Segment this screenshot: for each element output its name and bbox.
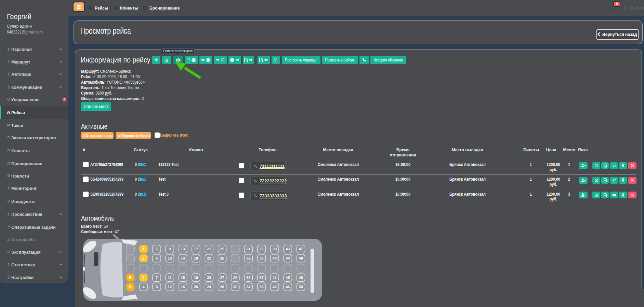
svg-text:39: 39 bbox=[272, 247, 276, 251]
svg-text:25: 25 bbox=[220, 247, 224, 251]
svg-text:50: 50 bbox=[299, 285, 303, 289]
svg-text:3: 3 bbox=[142, 276, 144, 280]
svg-text:38: 38 bbox=[259, 285, 263, 289]
svg-text:35: 35 bbox=[259, 247, 263, 251]
svg-text:14: 14 bbox=[181, 256, 185, 260]
svg-text:2: 2 bbox=[142, 256, 144, 260]
svg-text:45: 45 bbox=[286, 276, 290, 280]
svg-text:49: 49 bbox=[299, 276, 303, 280]
svg-text:27: 27 bbox=[220, 276, 224, 280]
svg-text:18: 18 bbox=[194, 256, 198, 260]
svg-text:6: 6 bbox=[155, 256, 157, 260]
svg-text:29: 29 bbox=[233, 276, 237, 280]
svg-text:41: 41 bbox=[272, 276, 276, 280]
svg-text:42: 42 bbox=[272, 285, 276, 289]
svg-text:19: 19 bbox=[194, 276, 198, 280]
svg-text:x: x bbox=[275, 59, 276, 61]
svg-text:5: 5 bbox=[155, 247, 157, 251]
svg-text:17: 17 bbox=[194, 247, 198, 251]
svg-text:37: 37 bbox=[259, 276, 263, 280]
svg-text:8: 8 bbox=[155, 285, 157, 289]
svg-text:x: x bbox=[260, 59, 262, 61]
svg-text:44: 44 bbox=[286, 256, 290, 260]
svg-text:32: 32 bbox=[246, 256, 250, 260]
svg-text:w: w bbox=[604, 165, 606, 167]
svg-text:7: 7 bbox=[155, 276, 157, 280]
svg-text:33: 33 bbox=[246, 276, 250, 280]
svg-text:47: 47 bbox=[299, 247, 303, 251]
svg-text:16: 16 bbox=[181, 285, 185, 289]
svg-text:34: 34 bbox=[246, 285, 251, 289]
svg-text:9: 9 bbox=[169, 247, 171, 251]
svg-text:x: x bbox=[245, 59, 247, 61]
svg-text:22: 22 bbox=[207, 256, 211, 260]
svg-text:15: 15 bbox=[181, 276, 185, 280]
svg-text:30: 30 bbox=[233, 285, 237, 289]
svg-text:20: 20 bbox=[194, 285, 198, 289]
svg-text:B: B bbox=[129, 276, 132, 280]
svg-text:24: 24 bbox=[207, 285, 211, 289]
svg-text:4: 4 bbox=[142, 285, 145, 289]
svg-text:26: 26 bbox=[220, 256, 224, 260]
svg-text:43: 43 bbox=[286, 247, 290, 251]
svg-text:21: 21 bbox=[207, 247, 211, 251]
svg-text:28: 28 bbox=[220, 285, 224, 289]
svg-text:x: x bbox=[222, 59, 223, 61]
svg-text:11: 11 bbox=[168, 276, 172, 280]
svg-text:36: 36 bbox=[259, 256, 263, 260]
svg-text:13: 13 bbox=[181, 247, 185, 251]
svg-text:31: 31 bbox=[246, 247, 250, 251]
svg-text:w: w bbox=[604, 180, 606, 182]
svg-text:46: 46 bbox=[286, 285, 290, 289]
svg-text:w: w bbox=[604, 195, 606, 197]
svg-text:40: 40 bbox=[272, 256, 276, 260]
svg-text:1: 1 bbox=[142, 247, 144, 251]
svg-text:10: 10 bbox=[168, 256, 172, 260]
svg-text:48: 48 bbox=[299, 256, 303, 260]
svg-text:B: B bbox=[129, 285, 132, 289]
svg-text:23: 23 bbox=[207, 276, 211, 280]
svg-text:12: 12 bbox=[168, 285, 172, 289]
